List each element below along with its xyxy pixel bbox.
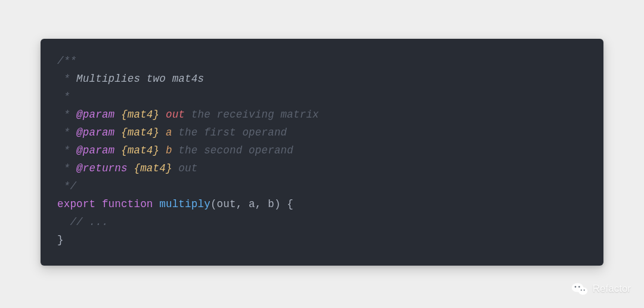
jsdoc-tag: @param [76,144,114,156]
jsdoc-desc: the second operand [172,144,293,156]
svg-point-1 [578,287,587,295]
comment-star: * [57,91,70,103]
code-block: /** * Multiplies two mat4s * * @param {m… [41,39,603,266]
keyword-export: export [57,198,95,210]
comment-star: * [57,162,76,174]
function-name: multiply [159,198,210,210]
jsdoc-desc: the receiving matrix [185,109,319,121]
jsdoc-tag: @param [76,127,114,138]
jsdoc-desc: out [172,162,198,174]
comment-star: * [57,127,76,138]
jsdoc-param-name: out [159,109,185,121]
keyword-function: function [102,198,153,210]
svg-point-3 [578,286,580,288]
svg-point-5 [583,289,584,291]
jsdoc-type: {mat4} [114,144,159,156]
comment-star: * [57,109,76,121]
comment-open: /** [57,55,76,67]
jsdoc-type: {mat4} [114,109,159,121]
watermark: Refactor [571,282,631,296]
brace-close: } [57,234,64,246]
comment-summary: Multiplies two mat4s [70,73,204,85]
jsdoc-type: {mat4} [114,127,159,138]
jsdoc-type: {mat4} [128,162,172,174]
jsdoc-param-name: b [159,144,172,156]
svg-point-2 [574,286,576,288]
jsdoc-tag: @returns [76,162,128,174]
jsdoc-desc: the first operand [172,127,287,138]
watermark-label: Refactor [593,283,631,295]
function-body-ellipsis: // ... [57,216,109,228]
function-signature: (out, a, b) { [210,198,293,210]
code-content: /** * Multiplies two mat4s * * @param {m… [57,52,587,249]
comment-star: * [57,73,70,85]
comment-star: * [57,144,76,156]
comment-close: */ [57,180,76,192]
jsdoc-tag: @param [76,109,114,121]
jsdoc-param-name: a [159,127,172,138]
wechat-icon [571,282,588,296]
svg-point-4 [581,289,582,291]
